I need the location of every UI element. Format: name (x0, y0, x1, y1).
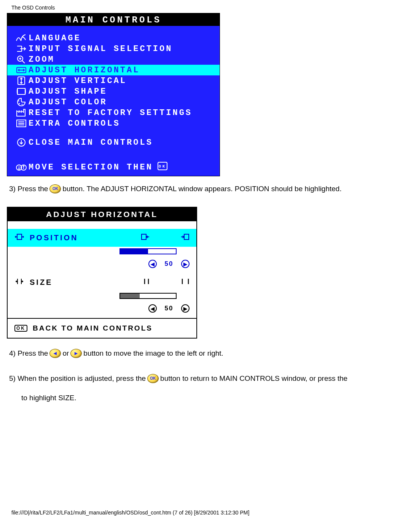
ok-button-icon: OK (49, 184, 61, 193)
position-progress-bar (119, 248, 177, 254)
menu-label: ADJUST HORIZONTAL (29, 66, 140, 75)
adjust-horizontal-icon (14, 65, 29, 75)
size-label: SIZE (30, 278, 53, 287)
step5-text-c: to highlight SIZE. (21, 391, 76, 404)
menu-label: CLOSE MAIN CONTROLS (29, 138, 153, 147)
step4-text-c: button to move the image to the left or … (83, 347, 223, 360)
step-3: 3) Press the OK button. The ADJUST HORIZ… (0, 176, 411, 201)
menu-label: INPUT SIGNAL SELECTION (29, 44, 172, 54)
osd-footer: MOVE SELECTION THEN OK (7, 158, 220, 176)
size-narrow-icon (142, 278, 151, 288)
adjust-panel-title: ADJUST HORIZONTAL (8, 208, 196, 221)
step3-text-a: 3) Press the (9, 182, 48, 195)
left-arrow-button[interactable]: ◀ (148, 304, 157, 313)
position-row[interactable]: POSITION (8, 229, 196, 247)
menu-label: EXTRA CONTROLS (29, 119, 120, 128)
svg-point-5 (22, 104, 23, 105)
menu-item-input-signal[interactable]: INPUT SIGNAL SELECTION (7, 43, 220, 54)
page-header: The OSD Controls (0, 0, 411, 13)
step-5: 5) When the position is adjusted, press … (0, 366, 411, 391)
back-label: BACK TO MAIN CONTROLS (33, 324, 153, 332)
menu-label: LANGUAGE (29, 34, 81, 43)
size-slider-row (8, 291, 196, 304)
position-value: 50 (162, 260, 176, 268)
size-row[interactable]: SIZE (8, 273, 196, 291)
menu-item-zoom[interactable]: ZOOM (7, 54, 220, 65)
right-arrow-button[interactable]: ▶ (181, 260, 190, 268)
size-wide-icon (181, 278, 190, 288)
size-icon (14, 277, 24, 288)
svg-rect-12 (17, 234, 22, 240)
step5-text-a: 5) When the position is adjusted, press … (9, 372, 146, 385)
zoom-icon (14, 54, 29, 64)
step3-text-b: button. The ADJUST HORIZONTAL window app… (62, 182, 341, 195)
position-icon (14, 233, 24, 243)
step-4: 4) Press the ◀ or ▶ button to move the i… (0, 341, 411, 366)
main-controls-osd: MAIN CONTROLS LANGUAGE INPUT SIGNAL SELE… (7, 13, 220, 176)
footer-path: file:///D|/rita/LF2/LF2/LFa1/multi_manua… (0, 487, 411, 523)
ok-button-icon: OK (147, 374, 159, 383)
adjust-horizontal-panel: ADJUST HORIZONTAL POSITION ◀ 50 ▶ (7, 207, 197, 339)
up-down-icon (14, 163, 29, 173)
adjust-vertical-icon (14, 76, 29, 86)
input-signal-icon (14, 44, 29, 54)
menu-item-close[interactable]: CLOSE MAIN CONTROLS (7, 137, 220, 148)
right-arrow-button[interactable]: ▶ (181, 304, 190, 313)
back-to-main-row[interactable]: OK BACK TO MAIN CONTROLS (8, 318, 196, 338)
svg-rect-14 (184, 234, 189, 240)
position-slider-row (8, 247, 196, 260)
left-button-icon: ◀ (49, 349, 61, 358)
svg-point-4 (19, 103, 20, 104)
size-progress-bar (119, 293, 177, 299)
close-icon (14, 137, 29, 147)
size-value-row: ◀ 50 ▶ (8, 304, 196, 318)
shift-right-icon (180, 233, 190, 243)
menu-item-reset-factory[interactable]: RESET TO FACTORY SETTINGS (7, 107, 220, 118)
osd-title: MAIN CONTROLS (7, 13, 220, 26)
svg-rect-13 (142, 234, 146, 240)
position-value-row: ◀ 50 ▶ (8, 260, 196, 273)
menu-label: ADJUST VERTICAL (29, 76, 127, 86)
menu-item-language[interactable]: LANGUAGE (7, 33, 220, 43)
left-arrow-button[interactable]: ◀ (148, 260, 157, 268)
menu-label: ADJUST SHAPE (29, 87, 107, 96)
menu-label: ADJUST COLOR (29, 97, 107, 107)
size-value: 50 (162, 305, 176, 312)
menu-item-extra-controls[interactable]: EXTRA CONTROLS (7, 118, 220, 129)
extra-controls-icon (14, 118, 29, 128)
footer-text: MOVE SELECTION THEN (29, 163, 153, 172)
menu-item-adjust-color[interactable]: ADJUST COLOR (7, 97, 220, 107)
factory-icon (14, 108, 29, 118)
adjust-shape-icon (14, 86, 29, 96)
adjust-color-icon (14, 97, 29, 107)
language-icon (14, 33, 29, 43)
menu-item-adjust-vertical[interactable]: ADJUST VERTICAL (7, 75, 220, 86)
menu-item-adjust-shape[interactable]: ADJUST SHAPE (7, 86, 220, 97)
step4-text-b: or (62, 347, 69, 360)
right-button-icon: ▶ (70, 349, 82, 358)
step5-text-b: button to return to MAIN CONTROLS window… (160, 372, 347, 385)
menu-item-adjust-horizontal[interactable]: ADJUST HORIZONTAL (7, 65, 220, 75)
menu-label: ZOOM (29, 55, 55, 64)
ok-box-icon: OK (14, 325, 27, 332)
shift-left-icon (141, 233, 150, 243)
step4-text-a: 4) Press the (9, 347, 48, 360)
ok-icon: OK (158, 162, 167, 173)
svg-text:OK: OK (159, 165, 166, 169)
menu-label: RESET TO FACTORY SETTINGS (29, 108, 192, 118)
osd-menu-list: LANGUAGE INPUT SIGNAL SELECTION ZOOM ADJ… (7, 26, 220, 152)
position-label: POSITION (30, 233, 78, 242)
svg-point-3 (18, 101, 19, 102)
step-5-cont: to highlight SIZE. (0, 391, 411, 411)
